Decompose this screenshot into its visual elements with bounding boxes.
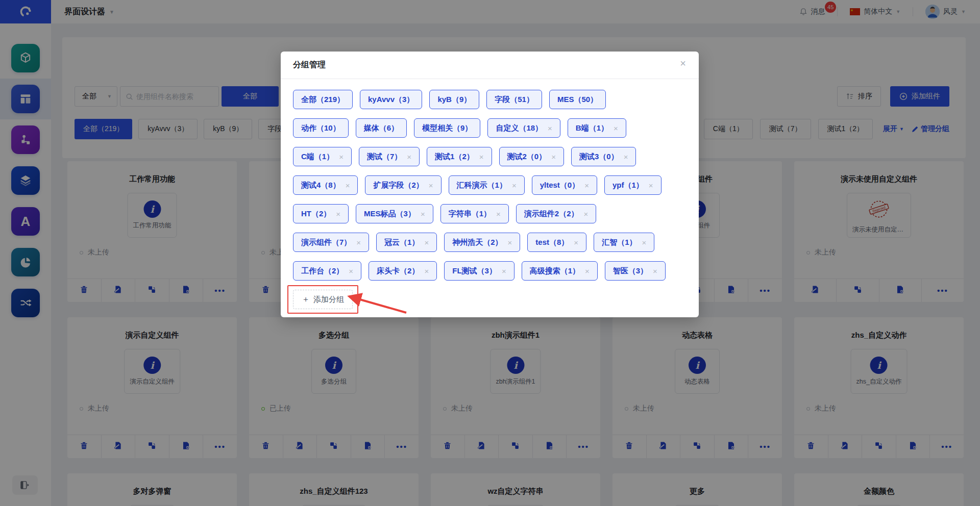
group-tag-label: FL测试（3） — [452, 266, 497, 276]
group-tag-label: 工作台（2） — [301, 266, 344, 276]
group-tag-label: 冠云（1） — [384, 238, 419, 247]
group-tag-label: kyAvvv（3） — [368, 95, 414, 105]
group-tag[interactable]: B端（1）× — [568, 118, 626, 138]
group-tag-rows: 全部（219）kyAvvv（3）kyB（9）字段（51）MES（50）动作（10… — [293, 90, 687, 281]
remove-group-icon[interactable]: × — [548, 124, 552, 133]
remove-group-icon[interactable]: × — [349, 267, 353, 275]
group-tag[interactable]: 模型相关（9） — [414, 118, 480, 138]
group-tag-label: 字符串（1） — [449, 209, 491, 219]
group-tag-label: 床头卡（2） — [377, 266, 419, 276]
remove-group-icon[interactable]: × — [624, 153, 628, 161]
group-tag-label: 测试（7） — [367, 152, 402, 162]
group-tag[interactable]: MES（50） — [549, 90, 606, 109]
group-tag[interactable]: 演示组件2（2）× — [516, 204, 596, 223]
group-tag-label: 媒体（6） — [364, 123, 399, 133]
remove-group-icon[interactable]: × — [429, 181, 433, 190]
group-tag[interactable]: yltest（0）× — [532, 175, 597, 195]
add-group-label: 添加分组 — [313, 295, 344, 305]
group-tag[interactable]: 字符串（1）× — [440, 204, 509, 223]
group-tag-label: yltest（0） — [540, 181, 580, 190]
remove-group-icon[interactable]: × — [653, 267, 657, 275]
group-tag[interactable]: MES标品（3）× — [356, 204, 433, 223]
remove-group-icon[interactable]: × — [407, 153, 411, 161]
modal-close-icon[interactable]: × — [676, 58, 690, 71]
group-tag-row: 演示组件（7）×冠云（1）×神州浩天（2）×test（8）×汇智（1）× — [293, 233, 687, 252]
remove-group-icon[interactable]: × — [424, 238, 429, 247]
group-tag[interactable]: HT（2）× — [293, 204, 349, 223]
group-tag-row: C端（1）×测试（7）×测试1（2）×测试2（0）×测试3（0）× — [293, 147, 687, 166]
group-tag[interactable]: ypf（1）× — [604, 175, 662, 195]
group-tag-label: 演示组件（7） — [301, 238, 351, 247]
group-tag-label: 动作（10） — [301, 123, 340, 133]
group-tag[interactable]: 汇科演示（1）× — [449, 175, 525, 195]
group-tag-label: HT（2） — [301, 209, 331, 219]
group-tag[interactable]: 冠云（1）× — [376, 233, 437, 252]
group-tag[interactable]: 测试1（2）× — [427, 147, 492, 166]
add-group-button[interactable]: ＋ 添加分组 — [293, 290, 353, 309]
remove-group-icon[interactable]: × — [642, 238, 646, 247]
group-tag-label: test（8） — [535, 238, 569, 247]
remove-group-icon[interactable]: × — [496, 210, 501, 218]
modal-body: 全部（219）kyAvvv（3）kyB（9）字段（51）MES（50）动作（10… — [281, 79, 699, 309]
group-tag-row: 测试4（8）×扩展字段（2）×汇科演示（1）×yltest（0）×ypf（1）× — [293, 175, 687, 195]
group-tag-label: 测试3（0） — [579, 152, 619, 162]
modal-title: 分组管理 — [293, 60, 326, 70]
remove-group-icon[interactable]: × — [336, 210, 340, 218]
group-tag-label: kyB（9） — [437, 95, 471, 105]
remove-group-icon[interactable]: × — [356, 238, 361, 247]
group-tag[interactable]: 全部（219） — [293, 90, 353, 109]
remove-group-icon[interactable]: × — [502, 267, 506, 275]
remove-group-icon[interactable]: × — [346, 181, 350, 190]
group-tag[interactable]: FL测试（3）× — [444, 261, 514, 281]
group-tag[interactable]: 演示组件（7）× — [293, 233, 369, 252]
group-tag[interactable]: C端（1）× — [293, 147, 352, 166]
remove-group-icon[interactable]: × — [551, 153, 556, 161]
group-tag[interactable]: kyAvvv（3） — [360, 90, 422, 109]
group-tag-row: 工作台（2）×床头卡（2）×FL测试（3）×高级搜索（1）×智医（3）× — [293, 261, 687, 281]
group-tag[interactable]: kyB（9） — [429, 90, 479, 109]
remove-group-icon[interactable]: × — [614, 124, 618, 133]
group-tag-label: 字段（51） — [495, 95, 534, 105]
remove-group-icon[interactable]: × — [512, 181, 517, 190]
group-tag-label: 自定义（18） — [496, 123, 543, 133]
group-tag[interactable]: 媒体（6） — [356, 118, 407, 138]
group-tag[interactable]: 床头卡（2）× — [369, 261, 437, 281]
group-tag[interactable]: 汇智（1）× — [594, 233, 654, 252]
group-management-modal: 分组管理 × 全部（219）kyAvvv（3）kyB（9）字段（51）MES（5… — [281, 52, 699, 317]
group-tag[interactable]: 神州浩天（2）× — [444, 233, 520, 252]
group-tag[interactable]: 测试4（8）× — [293, 175, 358, 195]
group-tag[interactable]: 字段（51） — [486, 90, 542, 109]
group-tag[interactable]: 智医（3）× — [605, 261, 666, 281]
group-tag[interactable]: 测试（7）× — [359, 147, 420, 166]
remove-group-icon[interactable]: × — [424, 267, 429, 275]
group-tag-label: 汇智（1） — [602, 238, 636, 247]
modal-header: 分组管理 — [281, 52, 699, 79]
group-tag[interactable]: 高级搜索（1）× — [522, 261, 598, 281]
group-tag[interactable]: test（8）× — [527, 233, 586, 252]
remove-group-icon[interactable]: × — [585, 267, 590, 275]
group-tag[interactable]: 测试2（0）× — [499, 147, 564, 166]
group-tag-label: MES（50） — [557, 95, 598, 105]
remove-group-icon[interactable]: × — [508, 238, 512, 247]
group-tag-label: 扩展字段（2） — [373, 181, 423, 190]
group-tag-label: 高级搜索（1） — [530, 266, 580, 276]
group-tag-row: 全部（219）kyAvvv（3）kyB（9）字段（51）MES（50） — [293, 90, 687, 109]
group-tag-label: 汇科演示（1） — [457, 181, 507, 190]
remove-group-icon[interactable]: × — [479, 153, 484, 161]
group-tag-label: 神州浩天（2） — [452, 238, 502, 247]
group-tag[interactable]: 扩展字段（2）× — [365, 175, 441, 195]
remove-group-icon[interactable]: × — [421, 210, 425, 218]
group-tag[interactable]: 工作台（2）× — [293, 261, 361, 281]
remove-group-icon[interactable]: × — [584, 210, 589, 218]
group-tag-label: 模型相关（9） — [422, 123, 472, 133]
group-tag[interactable]: 自定义（18）× — [487, 118, 560, 138]
group-tag-label: MES标品（3） — [364, 209, 415, 219]
add-group-wrap: ＋ 添加分组 — [293, 290, 353, 309]
remove-group-icon[interactable]: × — [584, 181, 589, 190]
group-tag[interactable]: 动作（10） — [293, 118, 349, 138]
remove-group-icon[interactable]: × — [649, 181, 653, 190]
remove-group-icon[interactable]: × — [339, 153, 344, 161]
group-tag[interactable]: 测试3（0）× — [571, 147, 636, 166]
remove-group-icon[interactable]: × — [574, 238, 578, 247]
group-tag-label: 测试1（2） — [435, 152, 474, 162]
